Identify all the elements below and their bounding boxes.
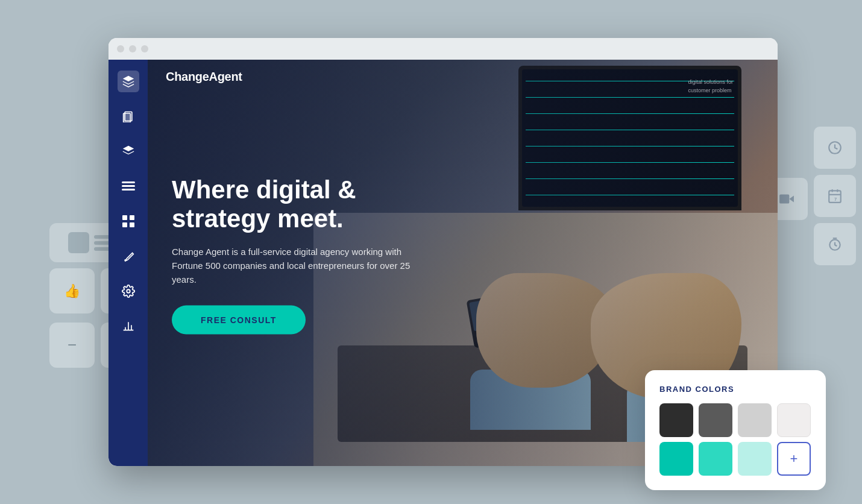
layout-icon xyxy=(122,181,135,191)
svg-marker-13 xyxy=(789,196,794,203)
video-icon xyxy=(779,191,794,207)
svg-rect-22 xyxy=(122,215,127,220)
sidebar-icon-components[interactable] xyxy=(118,140,139,162)
sidebar xyxy=(109,60,148,466)
svg-rect-14 xyxy=(779,194,789,203)
layers-icon xyxy=(122,75,135,88)
color-swatch-dark[interactable] xyxy=(659,403,693,437)
color-swatch-gray-light[interactable] xyxy=(738,403,772,437)
browser-titlebar xyxy=(109,38,778,60)
brand-colors-panel: BRAND COLORS + xyxy=(645,370,826,490)
grid-icon xyxy=(122,215,134,227)
sidebar-icon-chart[interactable] xyxy=(118,315,139,337)
svg-point-26 xyxy=(127,289,130,293)
clock-icon xyxy=(827,140,843,156)
color-swatch-white-warm[interactable] xyxy=(777,403,811,437)
clock-widget[interactable] xyxy=(814,127,856,169)
timer-icon xyxy=(827,236,843,252)
svg-rect-23 xyxy=(130,215,134,220)
svg-rect-20 xyxy=(122,185,135,187)
minus-widget[interactable]: − xyxy=(49,323,95,368)
hero-title: Where digital & strategy meet. xyxy=(172,175,425,234)
traffic-light-close[interactable] xyxy=(117,45,124,52)
hero-navbar: ChangeAgent xyxy=(148,60,778,93)
color-swatch-teal-light[interactable] xyxy=(738,442,772,476)
settings-icon xyxy=(122,285,135,298)
timer-widget[interactable] xyxy=(814,223,856,265)
brush-icon xyxy=(122,250,134,262)
colors-grid: + xyxy=(659,403,811,476)
brand-colors-title: BRAND COLORS xyxy=(659,385,811,394)
color-swatch-gray-dark[interactable] xyxy=(699,403,732,437)
calendar-widget[interactable]: 7 xyxy=(814,175,856,217)
image-placeholder-icon xyxy=(68,232,89,253)
color-swatch-teal-mid[interactable] xyxy=(699,442,732,476)
color-swatch-teal-dark[interactable] xyxy=(659,442,693,476)
sidebar-icon-layout[interactable] xyxy=(118,175,139,197)
add-color-button[interactable]: + xyxy=(777,442,811,476)
components-icon xyxy=(122,145,135,158)
svg-rect-24 xyxy=(122,222,127,227)
chart-icon xyxy=(122,320,134,332)
traffic-light-maximize[interactable] xyxy=(141,45,148,52)
svg-text:7: 7 xyxy=(834,197,837,202)
cta-button[interactable]: FREE CONSULT xyxy=(172,306,306,335)
svg-marker-18 xyxy=(122,146,133,151)
browser-window: digital solutions forcustomer problem xyxy=(109,38,778,466)
svg-marker-15 xyxy=(122,76,133,81)
traffic-light-minimize[interactable] xyxy=(129,45,136,52)
sidebar-icon-grid[interactable] xyxy=(118,210,139,232)
svg-rect-17 xyxy=(123,113,130,122)
hero-text-area: Where digital & strategy meet. Change Ag… xyxy=(172,175,425,335)
hero-subtitle: Change Agent is a full-service digital a… xyxy=(172,244,425,286)
svg-rect-19 xyxy=(122,181,135,183)
sidebar-icon-layers[interactable] xyxy=(118,71,139,92)
thumbs-up-widget[interactable]: 👍 xyxy=(49,268,95,313)
right-widget-col1: 7 xyxy=(814,127,856,265)
svg-rect-25 xyxy=(130,222,134,227)
pages-icon xyxy=(122,110,134,122)
sidebar-icon-brush[interactable] xyxy=(118,245,139,267)
calendar-icon: 7 xyxy=(827,188,843,204)
sidebar-icon-pages[interactable] xyxy=(118,106,139,127)
hero-logo: ChangeAgent xyxy=(166,70,242,84)
sidebar-icon-settings[interactable] xyxy=(118,280,139,302)
svg-rect-21 xyxy=(122,189,135,191)
